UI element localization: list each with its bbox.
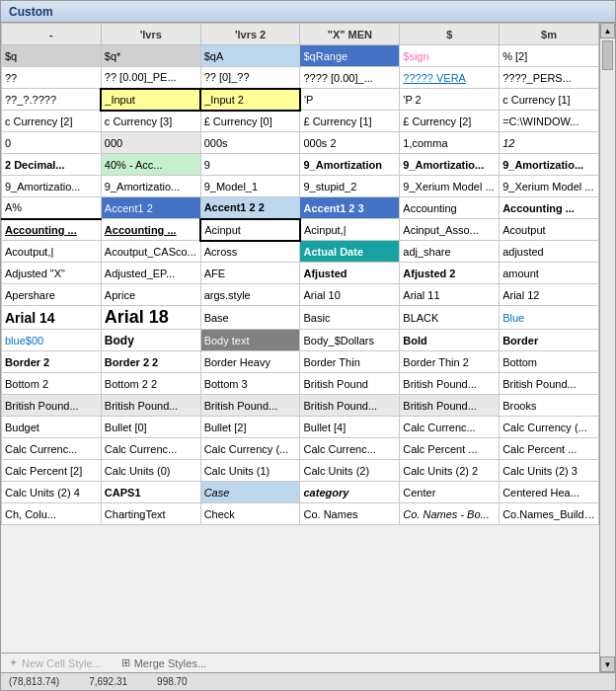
style-cell[interactable]: Calc Currenc... [2,438,102,460]
style-cell[interactable]: c Currency [3] [101,111,200,132]
style-cell[interactable]: Calc Percent ... [400,438,500,460]
style-cell[interactable]: Actual Date [300,241,400,263]
style-cell[interactable]: Calc Units (0) [101,460,200,482]
style-cell[interactable]: =C:\WINDOW... [500,111,599,132]
style-cell[interactable]: Calc Currenc... [300,438,400,460]
style-cell[interactable]: Acinput_Asso... [400,219,500,241]
style-cell[interactable]: 9_Xerium Model ... [400,176,500,197]
style-cell[interactable]: British Pound... [400,395,500,417]
style-cell[interactable]: Calc Units (2) [300,460,400,482]
style-cell[interactable]: Acoutput,| [2,241,102,263]
style-cell[interactable]: ?? [2,67,102,89]
style-cell[interactable]: Body_$Dollars [300,330,400,351]
style-cell[interactable]: $q* [101,45,200,67]
style-cell[interactable]: Border Heavy [200,351,300,373]
style-cell[interactable]: Bullet [0] [101,417,200,438]
style-cell[interactable]: Arial 14 [2,306,102,330]
style-cell[interactable]: Bottom 3 [200,373,300,395]
style-cell[interactable]: BLACK [400,306,500,330]
table-row[interactable]: Calc Units (2) 4CAPS1CasecategoryCenterC… [2,482,599,503]
style-cell[interactable]: Bottom 2 [2,373,102,395]
style-cell[interactable]: % [2] [500,45,599,67]
table-row[interactable]: Calc Percent [2]Calc Units (0)Calc Units… [2,460,599,482]
merge-styles-button[interactable]: ⊞ Merge Styles... [121,656,206,669]
style-cell[interactable]: adjusted [500,241,599,263]
style-cell[interactable]: Calc Units (1) [200,460,300,482]
style-cell[interactable]: 9 [200,154,300,176]
style-cell[interactable]: Body [101,330,200,351]
table-row[interactable]: Border 2Border 2 2Border HeavyBorder Thi… [2,351,599,373]
style-cell[interactable]: 1,comma [400,132,500,154]
style-cell[interactable]: Co.Names_Buildup... [500,503,599,525]
style-cell[interactable]: Arial 11 [400,284,500,306]
style-cell[interactable]: blue$00 [2,330,102,351]
style-cell[interactable]: _Input [101,89,200,111]
style-cell[interactable]: Afjusted [300,263,400,284]
style-cell[interactable]: Border 2 [2,351,102,373]
style-cell[interactable]: Acinput [200,219,300,241]
style-cell[interactable]: Acoutput_CASco... [101,241,200,263]
table-row[interactable]: Ch, Colu...ChartingTextCheckCo. NamesCo.… [2,503,599,525]
style-cell[interactable]: £ Currency [1] [300,111,400,132]
style-cell[interactable]: £ Currency [2] [400,111,500,132]
style-cell[interactable]: British Pound [300,373,400,395]
style-cell[interactable]: args.style [200,284,300,306]
style-cell[interactable]: Afjusted 2 [400,263,500,284]
style-cell[interactable]: Accounting ... [500,197,599,219]
table-row[interactable]: c Currency [2]c Currency [3]£ Currency [… [2,111,599,132]
style-cell[interactable]: Blue [500,306,599,330]
style-cell[interactable]: ?? [0.00]_PE... [101,67,200,89]
style-cell[interactable]: Case [200,482,300,503]
table-row[interactable]: Calc Currenc...Calc Currenc...Calc Curre… [2,438,599,460]
table-row[interactable]: British Pound...British Pound...British … [2,395,599,417]
style-cell[interactable]: British Pound... [101,395,200,417]
style-cell[interactable]: 0 [2,132,102,154]
style-cell[interactable]: Calc Percent [2] [2,460,102,482]
style-cell[interactable]: adj_share [400,241,500,263]
style-cell[interactable]: 9_stupid_2 [300,176,400,197]
style-cell[interactable]: 9_Xerium Model ... [500,176,599,197]
style-cell[interactable]: Border Thin [300,351,400,373]
table-row[interactable]: 9_Amortizatio...9_Amortizatio...9_Model_… [2,176,599,197]
style-cell[interactable]: 9_Amortizatio... [500,154,599,176]
style-cell[interactable]: category [300,482,400,503]
style-cell[interactable]: Bottom 2 2 [101,373,200,395]
style-cell[interactable]: Calc Percent ... [500,438,599,460]
style-cell[interactable]: Arial 10 [300,284,400,306]
style-cell[interactable]: Accounting ... [2,219,102,241]
style-cell[interactable]: 000 [101,132,200,154]
style-cell[interactable]: amount [500,263,599,284]
style-cell[interactable]: ????? VERA [400,67,500,89]
style-cell[interactable]: 12 [500,132,599,154]
style-cell[interactable]: Centered Hea... [500,482,599,503]
style-cell[interactable]: AFE [200,263,300,284]
style-cell[interactable]: Arial 12 [500,284,599,306]
table-row[interactable]: Bottom 2Bottom 2 2Bottom 3British PoundB… [2,373,599,395]
style-cell[interactable]: A% [2,197,102,219]
table-row[interactable]: ???? [0.00]_PE...?? [0]_?????? [0.00]_..… [2,67,599,89]
table-row[interactable]: ??_?.????_Input_Input 2'P'P 2c Currency … [2,89,599,111]
style-cell[interactable]: British Pound... [2,395,102,417]
style-cell[interactable]: Body text [200,330,300,351]
style-cell[interactable]: Acinput,| [300,219,400,241]
style-cell[interactable]: 9_Amortizatio... [101,176,200,197]
style-cell[interactable]: Calc Units (2) 3 [500,460,599,482]
style-cell[interactable]: Check [200,503,300,525]
style-cell[interactable]: 'P [300,89,400,111]
style-cell[interactable]: 9_Amortizatio... [2,176,102,197]
style-cell[interactable]: c Currency [1] [500,89,599,111]
style-cell[interactable]: Accounting [400,197,500,219]
style-cell[interactable]: Calc Currency (... [500,417,599,438]
style-cell[interactable]: 2 Decimal... [2,154,102,176]
style-cell[interactable]: British Pound... [200,395,300,417]
style-cell[interactable]: Bold [400,330,500,351]
style-cell[interactable]: £ Currency [0] [200,111,300,132]
style-cell[interactable]: ?? [0]_?? [200,67,300,89]
table-row[interactable]: 0000000s000s 21,comma12 [2,132,599,154]
style-cell[interactable]: Budget [2,417,102,438]
style-cell[interactable]: British Pound... [300,395,400,417]
table-row[interactable]: 2 Decimal...40% - Acc...99_Amortization9… [2,154,599,176]
style-cell[interactable]: ???? [0.00]_... [300,67,400,89]
style-cell[interactable]: Acoutput [500,219,599,241]
style-cell[interactable]: $qA [200,45,300,67]
